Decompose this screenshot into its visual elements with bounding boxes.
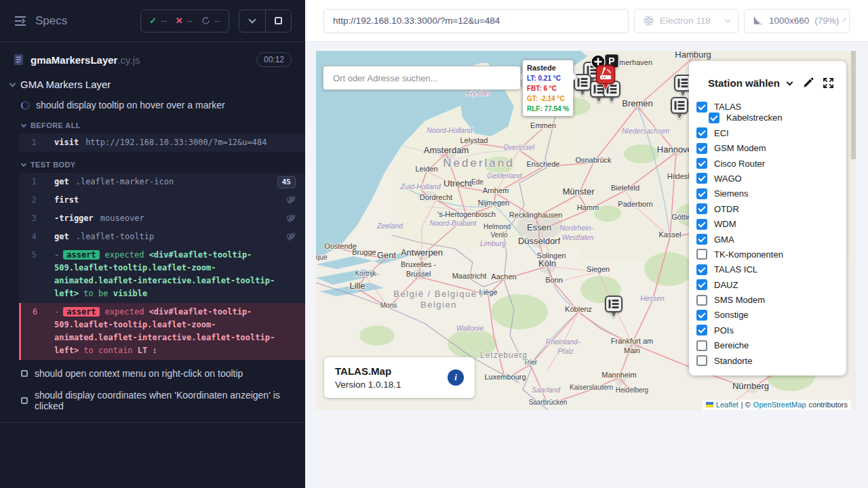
aut-scrollbar[interactable] bbox=[851, 51, 856, 410]
command-row[interactable]: 6-assertexpected <div#leaflet-tooltip-50… bbox=[19, 303, 305, 360]
app-title: TALAS.Map bbox=[335, 365, 401, 378]
map-marker-station[interactable] bbox=[671, 97, 688, 123]
station-item-sms-modem[interactable]: SMS Modem bbox=[696, 295, 846, 305]
checkbox[interactable] bbox=[696, 234, 707, 245]
command-row[interactable]: 4get.leaflet-tooltip bbox=[19, 228, 305, 246]
station-item-cisco-router[interactable]: Cisco Router bbox=[696, 159, 846, 169]
command-number: 1 bbox=[19, 136, 49, 149]
map-label: Helmond bbox=[484, 223, 511, 230]
station-item-eci[interactable]: ECI bbox=[696, 128, 846, 138]
checkbox[interactable] bbox=[696, 102, 707, 113]
checkbox[interactable] bbox=[696, 158, 707, 169]
pending-test-row[interactable]: should display coordinates when 'Koordin… bbox=[0, 384, 305, 417]
station-item-otdr[interactable]: OTDR bbox=[696, 204, 846, 214]
station-item-talas[interactable]: TALAS bbox=[696, 102, 846, 112]
map-label: Koblenz bbox=[565, 305, 592, 313]
station-item-sonstige[interactable]: Sonstige bbox=[696, 310, 846, 320]
ruler-icon bbox=[753, 16, 764, 26]
browser-select[interactable]: Electron 118 bbox=[634, 9, 738, 33]
checkbox[interactable] bbox=[696, 143, 707, 154]
command-row[interactable]: 2first bbox=[19, 191, 305, 209]
map-search-input[interactable] bbox=[323, 66, 521, 90]
stop-button[interactable] bbox=[265, 10, 291, 32]
map-marker-station[interactable] bbox=[605, 296, 623, 321]
station-item-tk-komponenten[interactable]: TK-Komponenten bbox=[696, 249, 846, 260]
specs-menu-icon[interactable] bbox=[14, 15, 27, 27]
station-item-dauz[interactable]: DAUZ bbox=[696, 280, 846, 290]
command-row[interactable]: 1visithttp://192.168.10.33:3000/?m=12&u=… bbox=[19, 134, 305, 152]
chevron-down-icon bbox=[9, 80, 16, 87]
checkbox[interactable] bbox=[696, 249, 707, 260]
scrollbar-thumb[interactable] bbox=[851, 51, 856, 159]
info-icon[interactable]: i bbox=[448, 369, 464, 386]
station-item-standorte[interactable]: Standorte bbox=[696, 356, 846, 366]
hook-header-test-body[interactable]: TEST BODY bbox=[0, 155, 305, 173]
checkbox[interactable] bbox=[696, 188, 707, 199]
station-label: TALAS bbox=[714, 102, 741, 112]
station-item-pois[interactable]: POIs bbox=[696, 325, 846, 336]
station-item-siemens[interactable]: Siemens bbox=[696, 188, 846, 199]
marker-tooltip[interactable]: Rastede LT: 0.21 °CFBT: 6 °CGT: -2.14 °C… bbox=[522, 60, 574, 117]
tooltip-row: GT: -2.14 °C bbox=[527, 94, 569, 104]
aut-panel: Electron 118 1000x660 (79%) bbox=[305, 0, 868, 488]
chevron-down-icon[interactable] bbox=[786, 79, 793, 85]
chevron-down-icon bbox=[21, 161, 26, 166]
map-label: Main bbox=[624, 346, 640, 354]
command-log-before-all: 1visithttp://192.168.10.33:3000/?m=12&u=… bbox=[19, 134, 305, 152]
spec-file-row[interactable]: gmaMarkersLayer.cy.js 00:12 bbox=[0, 42, 305, 73]
hook-header-before-all[interactable]: BEFORE ALL bbox=[0, 115, 305, 134]
station-item-talas-icl[interactable]: TALAS ICL bbox=[696, 264, 846, 274]
osm-link[interactable]: OpenStreetMap bbox=[753, 401, 806, 409]
map-label: Aachen bbox=[491, 272, 516, 281]
checkbox[interactable] bbox=[696, 127, 707, 138]
test-title: should display coordinates when 'Koordin… bbox=[35, 390, 305, 411]
suite-header[interactable]: GMA Markers Layer bbox=[0, 73, 305, 95]
spec-duration-badge: 00:12 bbox=[256, 52, 292, 67]
station-item-bereiche[interactable]: Bereiche bbox=[696, 340, 846, 350]
command-row[interactable]: 5-assertexpected <div#leaflet-tooltip-50… bbox=[19, 246, 305, 303]
command-row[interactable]: 3-triggermouseover bbox=[19, 209, 305, 228]
edit-pencil-icon[interactable] bbox=[802, 77, 814, 89]
checkbox[interactable] bbox=[696, 325, 707, 336]
checkbox[interactable] bbox=[696, 355, 707, 366]
pending-test-row[interactable]: should open context menu on right-click … bbox=[0, 363, 305, 384]
checkbox[interactable] bbox=[696, 173, 707, 184]
active-test-row[interactable]: should display tooltip on hover over a m… bbox=[0, 95, 305, 115]
map-label: Düsseldorf bbox=[518, 236, 561, 246]
viewport-size: 1000x660 bbox=[769, 16, 809, 26]
checkbox[interactable] bbox=[696, 264, 707, 275]
map-label: Mons bbox=[380, 302, 397, 309]
leaflet-link[interactable]: Leaflet bbox=[716, 401, 738, 409]
fullscreen-expand-icon[interactable] bbox=[823, 77, 834, 89]
leaflet-map[interactable]: AmsterdamUtrechtAntwerpenKölnDüsseldorfE… bbox=[316, 51, 856, 410]
checkbox[interactable] bbox=[696, 295, 707, 306]
checkbox[interactable] bbox=[709, 113, 719, 123]
station-label: ECI bbox=[714, 128, 729, 138]
station-item-wdm[interactable]: WDM bbox=[696, 219, 846, 229]
command-method: visit bbox=[54, 138, 79, 147]
command-row[interactable]: 1get.leaflet-marker-icon45 bbox=[19, 173, 305, 191]
checkbox[interactable] bbox=[696, 219, 707, 230]
viewport-select[interactable]: 1000x660 (79%) bbox=[744, 9, 850, 33]
checkbox[interactable] bbox=[696, 203, 707, 214]
map-marker-gsm-active[interactable] bbox=[595, 64, 616, 94]
map-label: Kortrijk bbox=[355, 270, 376, 277]
station-item-gsm-modem[interactable]: GSM Modem bbox=[696, 143, 846, 153]
map-label: Niedersachsen bbox=[622, 127, 669, 135]
checkbox[interactable] bbox=[696, 340, 707, 351]
map-label: Münster bbox=[563, 186, 595, 197]
stop-icon bbox=[275, 17, 282, 24]
divider bbox=[0, 422, 305, 423]
map-label: Saarland bbox=[532, 386, 561, 394]
chevron-down-icon bbox=[843, 18, 846, 22]
checkbox[interactable] bbox=[696, 310, 707, 321]
url-input[interactable] bbox=[323, 9, 629, 33]
element-count-badge: 45 bbox=[277, 176, 296, 188]
station-item-gma[interactable]: GMA bbox=[696, 235, 846, 245]
station-item-wago[interactable]: WAGO bbox=[696, 174, 846, 184]
map-label: Luxembourg bbox=[484, 373, 526, 381]
checkbox[interactable] bbox=[696, 279, 707, 290]
map-label: Brussel bbox=[406, 270, 431, 278]
station-item-kabelstrecken[interactable]: Kabelstrecken bbox=[709, 113, 846, 123]
collapse-all-button[interactable] bbox=[239, 10, 265, 32]
